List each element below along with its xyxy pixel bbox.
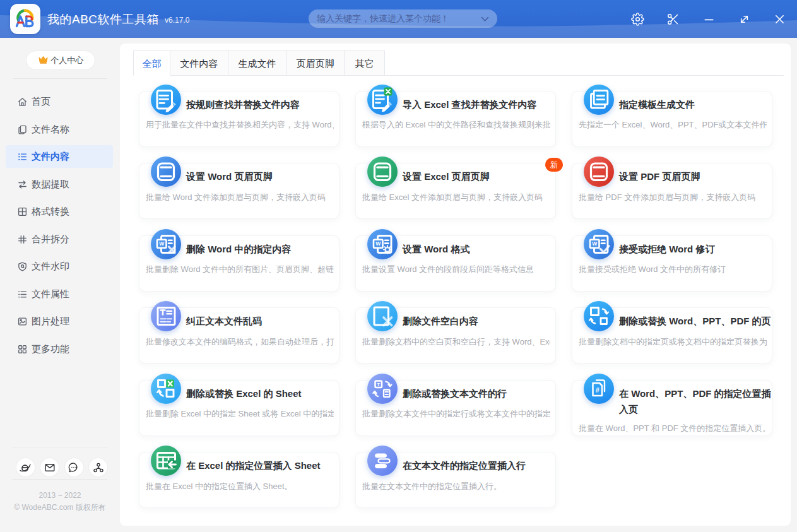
svg-text:#: # xyxy=(596,386,599,393)
svg-text:T: T xyxy=(377,381,380,387)
svg-text:W: W xyxy=(159,240,165,247)
svg-text:W: W xyxy=(592,240,598,247)
svg-text:W: W xyxy=(375,240,381,247)
